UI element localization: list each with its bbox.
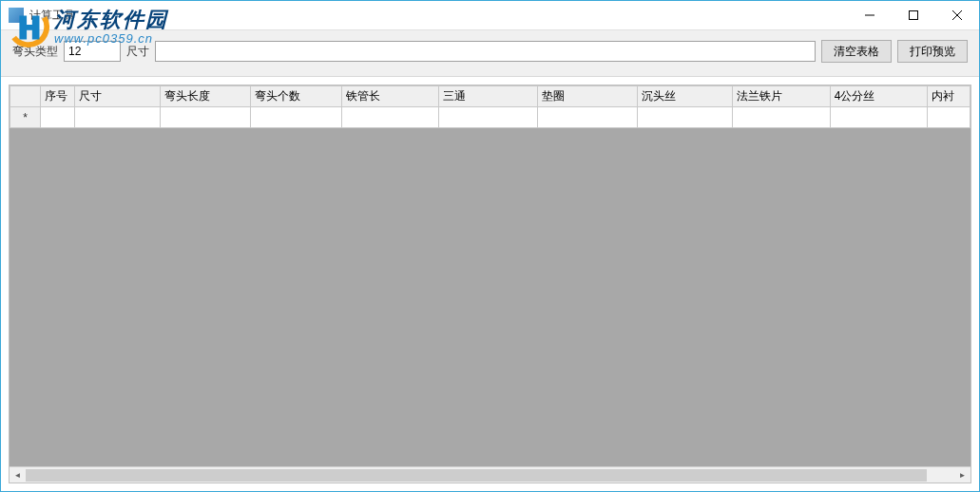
titlebar: 计算工具 bbox=[1, 1, 979, 29]
column-header[interactable]: 序号 bbox=[41, 86, 75, 107]
grid-cell[interactable] bbox=[160, 107, 251, 128]
grid-cell[interactable] bbox=[928, 107, 970, 128]
column-header[interactable]: 尺寸 bbox=[74, 86, 160, 107]
data-grid[interactable]: 序号尺寸弯头长度弯头个数铁管长三通垫圈沉头丝法兰铁片4公分丝内衬 * ◄ ► bbox=[9, 85, 971, 483]
grid-cell[interactable] bbox=[637, 107, 732, 128]
column-header[interactable]: 弯头个数 bbox=[251, 86, 342, 107]
close-button[interactable] bbox=[935, 1, 979, 29]
maximize-button[interactable] bbox=[892, 1, 935, 29]
grid-cell[interactable] bbox=[342, 107, 439, 128]
grid-cell[interactable] bbox=[74, 107, 160, 128]
app-icon bbox=[9, 8, 24, 23]
column-header[interactable]: 法兰铁片 bbox=[732, 86, 830, 107]
window-title: 计算工具 bbox=[29, 8, 75, 24]
bend-type-label: 弯头类型 bbox=[12, 44, 58, 60]
size-input[interactable] bbox=[155, 41, 816, 62]
grid-cell[interactable] bbox=[251, 107, 342, 128]
grid-cell[interactable] bbox=[732, 107, 830, 128]
column-header[interactable]: 4公分丝 bbox=[830, 86, 928, 107]
svg-rect-2 bbox=[910, 11, 918, 20]
horizontal-scrollbar[interactable]: ◄ ► bbox=[10, 466, 970, 483]
grid-corner-cell bbox=[10, 86, 41, 107]
toolbar: 弯头类型 尺寸 清空表格 打印预览 bbox=[1, 29, 979, 77]
grid-cell[interactable] bbox=[830, 107, 928, 128]
grid-cell[interactable] bbox=[41, 107, 75, 128]
column-header[interactable]: 垫圈 bbox=[538, 86, 637, 107]
size-label: 尺寸 bbox=[126, 44, 149, 60]
column-header[interactable]: 弯头长度 bbox=[160, 86, 251, 107]
clear-table-button[interactable]: 清空表格 bbox=[821, 40, 892, 63]
scroll-left-button[interactable]: ◄ bbox=[10, 467, 26, 483]
column-header[interactable]: 铁管长 bbox=[342, 86, 439, 107]
scroll-right-button[interactable]: ► bbox=[954, 467, 970, 483]
scroll-track[interactable] bbox=[26, 467, 954, 483]
new-row-marker: * bbox=[10, 107, 41, 128]
minimize-button[interactable] bbox=[848, 1, 892, 29]
column-header[interactable]: 沉头丝 bbox=[637, 86, 732, 107]
grid-cell[interactable] bbox=[538, 107, 637, 128]
column-header[interactable]: 三通 bbox=[439, 86, 538, 107]
grid-cell[interactable] bbox=[439, 107, 538, 128]
print-preview-button[interactable]: 打印预览 bbox=[897, 40, 968, 63]
table-row[interactable]: * bbox=[10, 107, 970, 128]
bend-type-input[interactable] bbox=[64, 41, 121, 62]
scroll-thumb[interactable] bbox=[26, 469, 927, 482]
column-header[interactable]: 内衬 bbox=[928, 86, 970, 107]
